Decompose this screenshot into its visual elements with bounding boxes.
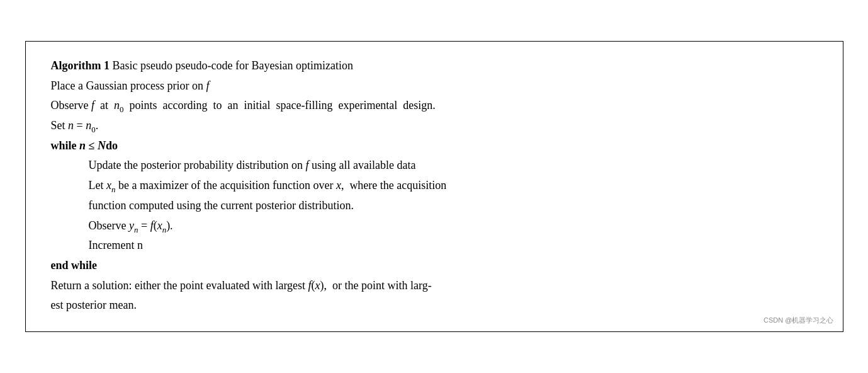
algo-line-1: Place a Gaussian process prior on f bbox=[51, 77, 818, 96]
algorithm-title: Algorithm 1 Basic pseudo pseudo-code for… bbox=[51, 57, 818, 76]
algo-line-7: function computed using the current post… bbox=[51, 197, 818, 215]
algo-line-3: Set n = n0. bbox=[51, 117, 818, 135]
algo-line-8: Observe yn = f(xn). bbox=[51, 217, 818, 236]
algo-line-12: est posterior mean. bbox=[51, 296, 818, 315]
algo-line-9: Increment n bbox=[51, 236, 818, 255]
algo-line-2: Observe f at n0 points according to an i… bbox=[51, 96, 818, 115]
algo-line-6: Let xn be a maximizer of the acquisition… bbox=[51, 176, 818, 195]
algo-line-4: while n ≤ Ndo bbox=[51, 137, 818, 156]
algo-line-11: Return a solution: either the point eval… bbox=[51, 277, 818, 296]
algorithm-description: Basic pseudo pseudo-code for Bayesian op… bbox=[110, 59, 353, 72]
watermark: CSDN @机器学习之心 bbox=[764, 316, 833, 325]
algorithm-box: Algorithm 1 Basic pseudo pseudo-code for… bbox=[25, 41, 843, 332]
algo-line-10: end while bbox=[51, 256, 818, 275]
algorithm-number: Algorithm 1 bbox=[51, 59, 110, 72]
algo-line-5: Update the posterior probability distrib… bbox=[51, 156, 818, 175]
